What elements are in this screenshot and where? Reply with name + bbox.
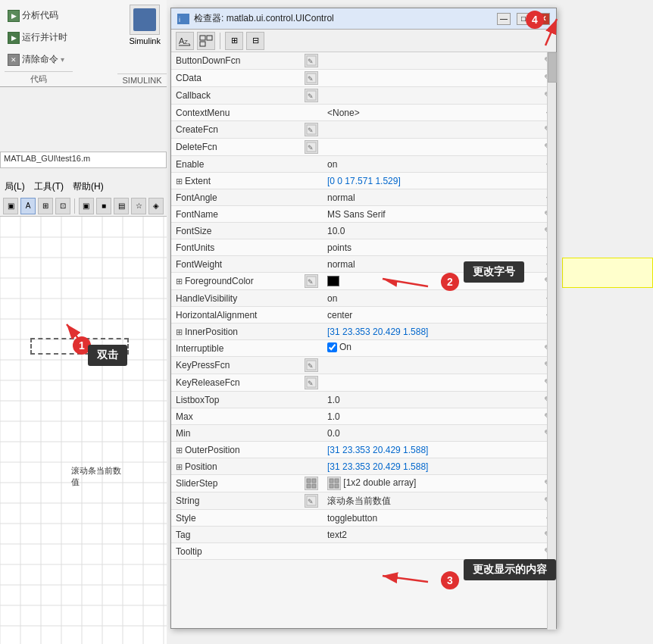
slider-step-icon[interactable] bbox=[327, 477, 341, 490]
menu-item-help[interactable]: 帮助(H) bbox=[73, 180, 104, 193]
file-path[interactable]: MATLAB_GUI\test16.m bbox=[0, 152, 167, 168]
prop-name-label: FontAngle bbox=[176, 192, 217, 203]
interruptible-checkbox[interactable] bbox=[327, 342, 337, 352]
minimize-button[interactable]: — bbox=[497, 13, 511, 25]
prop-value-text: 0.0 bbox=[327, 428, 340, 439]
toolbar-icon-1[interactable]: ▣ bbox=[3, 198, 18, 214]
prop-value-text: 滚动条当前数值 bbox=[327, 496, 391, 506]
prop-value-text: text2 bbox=[327, 530, 347, 540]
svg-rect-37 bbox=[207, 36, 212, 40]
grid-svg bbox=[0, 217, 167, 644]
tooltip-2: 更改字号 bbox=[464, 261, 524, 283]
prop-name-label: Min bbox=[176, 428, 190, 439]
prop-value-text: 1.0 bbox=[327, 411, 340, 422]
menu-bar: 局(L) 工具(T) 帮助(H) bbox=[0, 178, 167, 196]
analyze-code-btn[interactable]: ▶ 分析代码 bbox=[5, 8, 61, 23]
simulink-icon[interactable] bbox=[130, 5, 160, 35]
property-table-scroll[interactable]: ButtonDownFcn✎✎CData✎✎Callback✎✎ContextM… bbox=[171, 52, 556, 644]
prop-icon-btn[interactable]: ✎ bbox=[305, 140, 318, 154]
prop-value-text: 1.0 bbox=[327, 395, 340, 405]
property-row: Callback✎✎ bbox=[171, 87, 556, 105]
inspector-scrollbar[interactable] bbox=[547, 52, 556, 630]
yellow-area bbox=[562, 258, 653, 288]
svg-rect-58 bbox=[312, 484, 316, 488]
property-row: Min0.0✎ bbox=[171, 425, 556, 442]
expand-btn[interactable]: ⊞ bbox=[225, 32, 243, 50]
toolbar-icon-5[interactable]: ▣ bbox=[79, 198, 94, 214]
property-row: HandleVisibilityon▾ bbox=[171, 290, 556, 307]
toolbar-icon-9[interactable]: ◈ bbox=[148, 198, 164, 214]
property-row: DeleteFcn✎✎ bbox=[171, 139, 556, 156]
property-row: Styletogglebutton▾ bbox=[171, 510, 556, 527]
property-row: ListboxTop1.0✎ bbox=[171, 392, 556, 408]
clear-cmd-btn[interactable]: ✕ 清除命令 ▾ bbox=[5, 52, 67, 67]
svg-text:✎: ✎ bbox=[308, 144, 314, 152]
property-row: FontNameMS Sans Serif✎ bbox=[171, 206, 556, 223]
prop-name-label: Style bbox=[176, 513, 196, 524]
svg-text:✎: ✎ bbox=[308, 58, 314, 65]
toolbar-icon-4[interactable]: ⊡ bbox=[55, 198, 70, 214]
svg-text:✎: ✎ bbox=[308, 127, 314, 134]
toolbar-icon-6[interactable]: ■ bbox=[96, 198, 111, 214]
group-btn[interactable] bbox=[197, 32, 215, 50]
prop-name-label: Position bbox=[185, 461, 217, 472]
svg-rect-38 bbox=[200, 42, 205, 46]
prop-name-label: Max bbox=[176, 411, 193, 422]
prop-name-label: FontSize bbox=[176, 226, 211, 236]
inspector-title: 检查器: matlab.ui.control.UIControl bbox=[194, 12, 491, 25]
svg-text:i: i bbox=[179, 16, 180, 23]
toolbar-icon-7[interactable]: ▤ bbox=[114, 198, 129, 214]
collapse-btn[interactable]: ⊟ bbox=[246, 32, 264, 50]
prop-icon-btn[interactable]: ✎ bbox=[305, 71, 318, 85]
arrow-3 bbox=[371, 553, 447, 599]
toolbar-icon-2[interactable]: A bbox=[20, 198, 36, 214]
tooltip-1: 双击 bbox=[88, 345, 127, 366]
property-row: SliderStep [1x2 double array]✎ bbox=[171, 475, 556, 492]
toolbar-icon-8[interactable]: ☆ bbox=[131, 198, 146, 214]
menu-item-tools[interactable]: 工具(T) bbox=[34, 180, 64, 193]
inspector-titlebar: i 检查器: matlab.ui.control.UIControl — □ ✕ bbox=[171, 8, 556, 30]
svg-rect-56 bbox=[312, 479, 316, 483]
inspector-toolbar: AZ ⊞ ⊟ bbox=[171, 30, 556, 52]
prop-name-label: FontName bbox=[176, 209, 218, 220]
property-row: ButtonDownFcn✎✎ bbox=[171, 52, 556, 70]
prop-name-label: FontUnits bbox=[176, 242, 214, 253]
svg-rect-62 bbox=[335, 484, 339, 488]
inspector-window: i 检查器: matlab.ui.control.UIControl — □ ✕… bbox=[170, 8, 557, 629]
prop-value-text: points bbox=[327, 242, 351, 253]
badge-2: 2 bbox=[441, 273, 459, 291]
svg-rect-59 bbox=[330, 479, 333, 483]
prop-icon-btn[interactable]: ✎ bbox=[305, 494, 318, 508]
svg-rect-61 bbox=[330, 484, 333, 488]
svg-line-68 bbox=[383, 279, 428, 286]
prop-name-label: String bbox=[176, 496, 199, 506]
property-row: String✎滚动条当前数值✎ bbox=[171, 492, 556, 510]
prop-icon-btn[interactable]: ✎ bbox=[305, 358, 318, 372]
sort-az-btn[interactable]: AZ bbox=[176, 32, 194, 50]
prop-icon-btn[interactable]: ✎ bbox=[305, 123, 318, 136]
svg-rect-36 bbox=[200, 36, 205, 40]
prop-value-text: [0 0 17.571 1.529] bbox=[327, 176, 401, 186]
property-row: Tagtext2✎ bbox=[171, 527, 556, 543]
prop-icon-btn[interactable]: ✎ bbox=[305, 54, 318, 67]
simulink-label: Simulink bbox=[129, 36, 161, 45]
toolbar-icon-3[interactable]: ⊞ bbox=[38, 198, 53, 214]
svg-rect-60 bbox=[335, 479, 339, 483]
svg-text:Z: Z bbox=[184, 39, 188, 45]
run-time-btn[interactable]: ▶ 运行并计时 bbox=[5, 30, 70, 45]
prop-icon-btn[interactable]: ✎ bbox=[305, 274, 318, 288]
prop-icon-btn[interactable]: ✎ bbox=[305, 376, 318, 389]
matlab-toolbar: ▶ 分析代码 ▶ 运行并计时 ✕ 清除命令 ▾ Simulink 代码 SIMU… bbox=[0, 0, 167, 87]
prop-name-label: ContextMenu bbox=[176, 108, 230, 118]
prop-name-label: InnerPosition bbox=[185, 327, 238, 337]
prop-name-label: HorizontalAlignment bbox=[176, 310, 257, 320]
property-row: ContextMenu<None>▾ bbox=[171, 105, 556, 121]
prop-value-text: center bbox=[327, 310, 352, 320]
property-row: FontAnglenormal▾ bbox=[171, 189, 556, 206]
inspector-icon: i bbox=[177, 14, 189, 24]
prop-icon-btn[interactable]: ✎ bbox=[305, 89, 318, 102]
prop-grid-icon-btn[interactable] bbox=[305, 477, 318, 490]
color-swatch bbox=[327, 276, 339, 286]
menu-item-layout[interactable]: 局(L) bbox=[5, 180, 25, 193]
prop-name-label: Tag bbox=[176, 530, 190, 540]
